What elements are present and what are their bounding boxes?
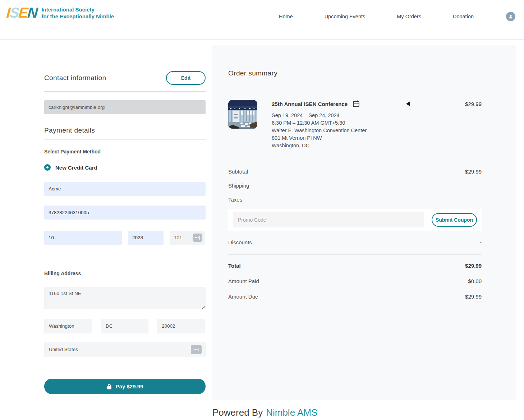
logo-tagline-line1: International Society (41, 6, 114, 13)
divider (44, 139, 206, 139)
card-cvv-field-wrap: •••| (170, 231, 205, 245)
user-avatar-icon[interactable] (506, 12, 515, 21)
subtotal-row: Subtotal $29.99 (228, 165, 482, 179)
footer: Powered ByNimble AMS (212, 407, 317, 418)
checkout-form: Contact information Edit Payment details… (44, 40, 206, 394)
event-time: 6:30 PM – 12:30 AM GMT+5:30 (272, 119, 482, 127)
card-expiry-row: •••| (44, 231, 206, 245)
nav-item-donation[interactable]: Donation (453, 14, 474, 19)
contact-section-header: Contact information Edit (44, 71, 206, 85)
order-summary-title: Order summary (228, 69, 482, 77)
card-cvv-field[interactable] (174, 235, 187, 240)
radio-selected-icon[interactable] (44, 164, 51, 171)
event-dates: Sep 19, 2024 – Sep 24, 2024 (272, 112, 482, 119)
promo-code-row: Submit Coupon (228, 209, 482, 231)
card-exp-month-field[interactable] (44, 231, 122, 245)
main-nav: Home Upcoming Events My Orders Donation (247, 12, 515, 21)
select-payment-method-label: Select Payment Method (44, 149, 206, 154)
order-item-header: 25th Annual ISEN Conference $29.99 (272, 100, 482, 108)
divider (44, 262, 206, 262)
billing-city-field[interactable] (44, 319, 92, 333)
taxes-row: Taxes - (228, 193, 482, 207)
convention-center-photo (228, 100, 257, 129)
subtotal-label: Subtotal (228, 169, 248, 175)
amount-due-row: Amount Due $29.99 (228, 289, 482, 304)
amount-paid-label: Amount Paid (228, 278, 259, 284)
discounts-row: Discounts - (228, 235, 482, 249)
site-header: ISEN International Society for the Excep… (0, 0, 524, 40)
isen-logo[interactable]: ISEN International Society for the Excep… (6, 4, 114, 21)
autofill-dots-icon[interactable]: •••| (191, 345, 202, 354)
logo-letter: N (27, 4, 38, 21)
total-row: Total $29.99 (228, 258, 482, 273)
pay-button-label: Pay $29.99 (116, 383, 143, 389)
divider (228, 161, 482, 161)
powered-by-text: Powered By (212, 407, 263, 418)
nav-item-home[interactable]: Home (279, 14, 293, 19)
billing-street-field[interactable]: 1160 1st St NE (44, 287, 206, 309)
card-exp-year-field[interactable] (128, 231, 164, 245)
shipping-value: - (480, 183, 482, 189)
order-summary-panel: Order summary (212, 45, 516, 400)
card-name-field[interactable] (44, 182, 206, 196)
person-icon (508, 14, 514, 19)
order-item: 25th Annual ISEN Conference $29.99 (228, 100, 482, 149)
event-thumbnail-image (228, 100, 257, 129)
event-price: $29.99 (410, 101, 482, 107)
billing-country-field[interactable] (49, 347, 191, 352)
total-value: $29.99 (465, 263, 482, 269)
billing-country-field-wrap: •••| (44, 342, 206, 357)
logo-tagline-line2: for the Exceptionally Nimble (41, 13, 114, 20)
fee-rows: Subtotal $29.99 Shipping - Taxes - (228, 165, 482, 207)
event-name: 25th Annual ISEN Conference (272, 101, 348, 107)
logo-letter: E (18, 4, 28, 21)
calendar-icon[interactable] (352, 100, 360, 108)
nimble-ams-link[interactable]: Nimble AMS (266, 407, 317, 418)
subtotal-value: $29.99 (465, 169, 482, 175)
shipping-row: Shipping - (228, 179, 482, 193)
pay-button[interactable]: Pay $29.99 (44, 379, 206, 394)
amount-due-label: Amount Due (228, 294, 258, 300)
discounts-label: Discounts (228, 239, 252, 245)
billing-state-field[interactable] (101, 319, 148, 333)
payment-details-title: Payment details (44, 126, 206, 134)
event-venue: Walter E. Washington Convention Center (272, 127, 482, 134)
promo-code-input[interactable] (233, 212, 424, 227)
contact-title: Contact information (44, 74, 106, 82)
contact-email-field (44, 100, 206, 114)
submit-coupon-button[interactable]: Submit Coupon (432, 213, 477, 227)
autofill-dots-icon[interactable]: •••| (193, 234, 202, 242)
edit-contact-button[interactable]: Edit (166, 71, 206, 85)
amount-due-value: $29.99 (465, 294, 482, 300)
payment-method-label: New Credit Card (55, 165, 97, 171)
isen-logo-mark: ISEN (6, 4, 38, 21)
event-details: Sep 19, 2024 – Sep 24, 2024 6:30 PM – 12… (272, 112, 482, 149)
total-label: Total (228, 263, 241, 269)
checkout-page: ISEN International Society for the Excep… (0, 0, 524, 420)
billing-zip-field[interactable] (157, 319, 205, 333)
logo-letter: S (9, 4, 19, 21)
divider (44, 91, 206, 92)
taxes-value: - (480, 197, 482, 203)
divider (228, 254, 482, 255)
amount-paid-value: $0.00 (468, 278, 482, 284)
nav-item-upcoming-events[interactable]: Upcoming Events (325, 14, 366, 19)
logo-tagline: International Society for the Exceptiona… (41, 6, 114, 20)
taxes-label: Taxes (228, 197, 242, 203)
discounts-block: Discounts - (228, 235, 482, 249)
discounts-value: - (480, 239, 482, 245)
lock-icon (107, 384, 112, 389)
collapse-triangle-icon[interactable] (406, 101, 410, 106)
card-number-field[interactable] (44, 206, 206, 220)
nav-item-my-orders[interactable]: My Orders (397, 14, 421, 19)
shipping-label: Shipping (228, 183, 249, 189)
order-item-info: 25th Annual ISEN Conference $29.99 (272, 100, 482, 149)
amount-paid-row: Amount Paid $0.00 (228, 273, 482, 289)
billing-city-row (44, 319, 206, 333)
event-city: Washington, DC (272, 142, 482, 149)
totals-block: Total $29.99 Amount Paid $0.00 Amount Du… (228, 258, 482, 304)
payment-method-new-credit-card[interactable]: New Credit Card (44, 164, 206, 171)
event-street: 801 Mt Vernon Pl NW (272, 134, 482, 142)
billing-address-label: Billing Address (44, 271, 206, 276)
